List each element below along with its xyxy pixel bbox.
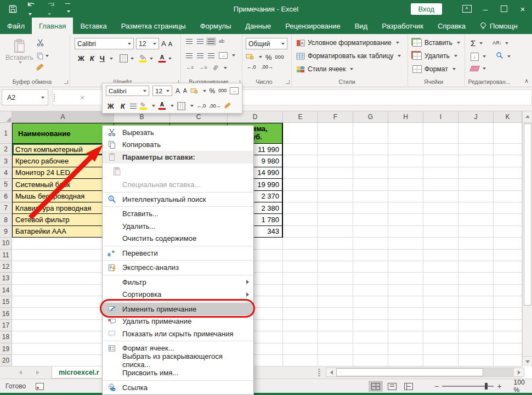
cell-G13[interactable] [353, 273, 388, 284]
cell-E19[interactable] [283, 343, 318, 355]
mini-bold-button[interactable]: Ж [106, 102, 116, 110]
cell-K11[interactable] [494, 250, 522, 261]
cell-J5[interactable] [459, 179, 494, 190]
align-left-icon[interactable] [184, 52, 194, 60]
cell-F9[interactable] [318, 226, 353, 238]
zoom-level[interactable]: 100 % [514, 379, 532, 394]
cell-F13[interactable] [318, 273, 353, 284]
menu-item-cut[interactable]: Вырезать [103, 126, 253, 139]
accounting-format-icon[interactable] [246, 52, 254, 62]
minimize-button[interactable]: – [476, 0, 495, 18]
shrink-font-icon[interactable]: А [168, 41, 172, 47]
cell-F16[interactable] [318, 308, 353, 319]
increase-indent-icon[interactable]: →≡ [197, 64, 208, 72]
cell-A12[interactable] [12, 261, 114, 273]
row-header-13[interactable]: 13 [0, 273, 12, 284]
row-header-8[interactable]: 8 [0, 214, 12, 225]
format-as-table-button[interactable]: Форматировать как таблицу [296, 52, 401, 60]
menu-item-sort[interactable]: Сортировка [103, 289, 253, 301]
cell-E16[interactable] [283, 308, 318, 319]
cell-E11[interactable] [283, 250, 318, 261]
cell-E4[interactable] [283, 167, 318, 179]
cell-A1[interactable]: Наименование [12, 123, 114, 144]
clear-icon[interactable] [469, 66, 480, 71]
autosum-icon[interactable]: Σ [471, 38, 476, 48]
zoom-in-button[interactable]: + [494, 382, 505, 391]
cell-H3[interactable] [388, 155, 423, 167]
cell-H15[interactable] [388, 296, 423, 308]
menu-item-insert[interactable]: Вставить... [103, 208, 253, 221]
mini-align-icon[interactable] [130, 104, 137, 109]
accounting-dropdown-icon[interactable] [259, 56, 262, 58]
wrap-text-icon[interactable]: ab [217, 37, 226, 46]
cell-H13[interactable] [388, 273, 423, 284]
cell-A17[interactable] [12, 320, 114, 331]
mini-merge-icon[interactable]: ↔ [230, 87, 239, 94]
cell-J2[interactable] [459, 144, 494, 155]
underline-button[interactable]: Ч [98, 54, 107, 63]
row-header-12[interactable]: 12 [0, 261, 12, 273]
menu-item-pick-from-list[interactable]: Выбрать из раскрывающегося списка... [103, 354, 253, 367]
cell-J7[interactable] [459, 202, 494, 214]
scroll-down-icon[interactable] [523, 356, 532, 366]
find-dropdown-icon[interactable] [507, 55, 511, 58]
cell-G8[interactable] [353, 214, 388, 225]
cell-E5[interactable] [283, 179, 318, 190]
cell-A8[interactable]: Сетевой фильтр [12, 214, 114, 225]
cell-J3[interactable] [459, 155, 494, 167]
cell-K15[interactable] [494, 296, 522, 308]
cell-K7[interactable] [494, 202, 522, 214]
mini-fill-dropdown-icon[interactable] [152, 105, 155, 107]
column-header-E[interactable]: E [283, 111, 318, 123]
tab-insert[interactable]: Вставка [73, 18, 114, 34]
cell-F8[interactable] [318, 214, 353, 225]
cell-H5[interactable] [388, 179, 423, 190]
cell-G11[interactable] [353, 250, 388, 261]
cell-K6[interactable] [494, 191, 522, 202]
scroll-right-icon[interactable] [514, 368, 524, 376]
increase-decimal-icon[interactable]: ←,0 [247, 65, 256, 70]
fill-color-icon[interactable] [139, 54, 147, 63]
zoom-slider[interactable] [442, 386, 494, 387]
cell-I17[interactable] [423, 320, 459, 331]
cell-G4[interactable] [353, 167, 388, 179]
mini-italic-button[interactable]: К [119, 102, 127, 110]
cell-F4[interactable] [318, 167, 353, 179]
cell-H10[interactable] [388, 238, 423, 249]
cell-K19[interactable] [494, 343, 522, 355]
cell-F1[interactable] [318, 123, 353, 144]
tab-help[interactable]: Справка [431, 18, 473, 34]
delete-cells-button[interactable]: Удалить [412, 52, 457, 60]
scroll-up-icon[interactable] [523, 111, 532, 123]
macro-record-icon[interactable] [36, 383, 44, 390]
cell-I13[interactable] [423, 273, 459, 284]
column-header-G[interactable]: G [353, 111, 388, 123]
cell-I8[interactable] [423, 214, 459, 225]
percent-style-button[interactable]: % [265, 53, 272, 61]
cell-F18[interactable] [318, 331, 353, 343]
cell-E13[interactable] [283, 273, 318, 284]
decrease-indent-icon[interactable]: ←≡ [184, 64, 195, 72]
cell-A10[interactable] [12, 238, 114, 249]
font-color-dropdown-icon[interactable] [168, 58, 172, 60]
cell-H1[interactable] [388, 123, 423, 144]
cut-icon[interactable] [36, 38, 44, 49]
normal-view-button[interactable] [369, 381, 383, 392]
underline-dropdown-icon[interactable] [110, 58, 113, 60]
cell-K12[interactable] [494, 261, 522, 273]
mini-font-size-combo[interactable]: 12 [152, 86, 172, 96]
scroll-left-icon[interactable] [326, 368, 336, 376]
undo-button[interactable] [27, 1, 36, 18]
cell-I18[interactable] [423, 331, 459, 343]
cell-E15[interactable] [283, 296, 318, 308]
row-header-19[interactable]: 19 [0, 343, 12, 355]
menu-item-translate[interactable]: яaПеревести [103, 247, 253, 259]
tab-assistant[interactable]: Помощн [473, 18, 525, 34]
mini-borders-icon[interactable] [177, 102, 185, 110]
tab-page-layout[interactable]: Разметка страницы [114, 18, 193, 34]
column-header-I[interactable]: I [423, 111, 459, 123]
cell-J19[interactable] [459, 343, 494, 355]
cell-J18[interactable] [459, 331, 494, 343]
copy-button[interactable] [36, 52, 49, 60]
cell-F6[interactable] [318, 191, 353, 202]
